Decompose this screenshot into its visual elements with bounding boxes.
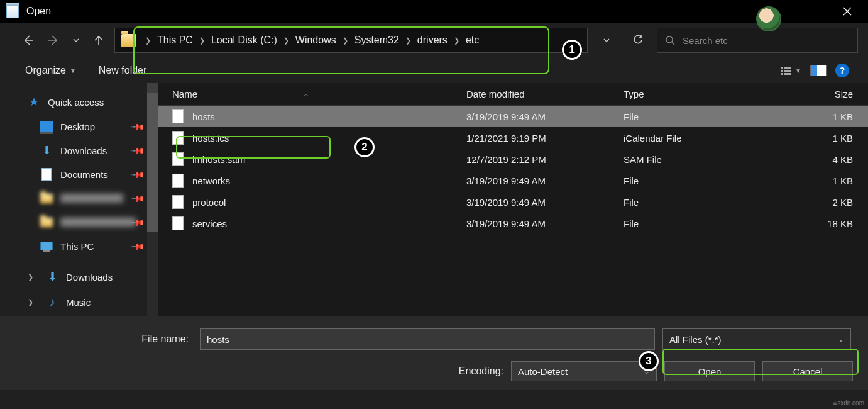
column-header-type[interactable]: Type bbox=[624, 89, 762, 99]
file-icon bbox=[172, 131, 184, 145]
file-name: services bbox=[192, 218, 227, 229]
sidebar-item-label: This PC bbox=[60, 241, 94, 252]
file-row[interactable]: protocol3/19/2019 9:49 AMFile2 KB bbox=[158, 191, 868, 213]
breadcrumb-item[interactable]: drivers bbox=[417, 35, 448, 46]
back-button[interactable] bbox=[19, 31, 38, 50]
search-input[interactable]: Search etc bbox=[657, 28, 858, 53]
sidebar-item-music[interactable]: ❯ ♪ Music bbox=[0, 289, 158, 315]
star-icon: ★ bbox=[28, 96, 40, 108]
close-button[interactable] bbox=[833, 0, 862, 23]
watermark: wsxdn.com bbox=[833, 400, 864, 406]
pin-icon: 📌 bbox=[131, 143, 145, 157]
file-size: 4 KB bbox=[762, 154, 868, 165]
file-date: 3/19/2019 9:49 AM bbox=[466, 197, 624, 208]
file-type: File bbox=[624, 218, 762, 229]
bottom-panel: File name: All Files (*.*) ⌄ Encoding: A… bbox=[0, 316, 868, 390]
file-name: hosts.ics bbox=[192, 133, 229, 143]
chevron-right-icon: ❯ bbox=[28, 298, 33, 306]
avatar bbox=[756, 6, 781, 31]
file-date: 1/21/2021 9:19 PM bbox=[466, 133, 624, 143]
search-placeholder: Search etc bbox=[683, 35, 728, 46]
pin-icon: 📌 bbox=[131, 119, 145, 133]
filename-input[interactable] bbox=[200, 328, 655, 350]
address-bar[interactable]: ❯ This PC ❯ Local Disk (C:) ❯ Windows ❯ … bbox=[114, 28, 588, 53]
svg-point-0 bbox=[666, 36, 673, 43]
file-date: 3/19/2019 9:49 AM bbox=[466, 176, 624, 186]
sidebar-item-this-pc[interactable]: This PC 📌 bbox=[0, 234, 158, 258]
encoding-select[interactable]: Auto-Detect ⌄ bbox=[511, 361, 657, 381]
nav-row: ❯ This PC ❯ Local Disk (C:) ❯ Windows ❯ … bbox=[0, 23, 868, 58]
sidebar-item-label: Quick access bbox=[48, 97, 104, 108]
cancel-button[interactable]: Cancel bbox=[762, 361, 853, 381]
sidebar-item-downloads-2[interactable]: ❯ ⬇ Downloads bbox=[0, 264, 158, 289]
sidebar-item-blurred[interactable]: 📌 bbox=[0, 186, 158, 210]
sidebar: ★ Quick access Desktop 📌 ⬇ Downloads 📌 D… bbox=[0, 83, 158, 316]
pc-icon bbox=[40, 242, 53, 250]
toolbar: Organize ▼ New folder ▼ ? bbox=[0, 58, 868, 83]
refresh-button[interactable] bbox=[625, 28, 651, 52]
file-name: hosts bbox=[192, 111, 215, 122]
filter-value: All Files (*.*) bbox=[669, 334, 722, 345]
file-row[interactable]: hosts3/19/2019 9:49 AMFile1 KB bbox=[158, 106, 868, 127]
arrow-left-icon bbox=[22, 34, 35, 47]
chevron-down-icon: ▼ bbox=[70, 67, 76, 74]
file-row[interactable]: hosts.ics1/21/2021 9:19 PMiCalendar File… bbox=[158, 127, 868, 148]
sidebar-item-label: Documents bbox=[60, 169, 108, 180]
organize-label: Organize bbox=[25, 65, 66, 76]
chevron-right-icon: ❯ bbox=[450, 36, 463, 45]
chevron-down-icon: ⌄ bbox=[838, 335, 844, 344]
file-row[interactable]: networks3/19/2019 9:49 AMFile1 KB bbox=[158, 170, 868, 191]
chevron-right-icon: ❯ bbox=[339, 36, 352, 45]
view-options-button[interactable]: ▼ bbox=[781, 67, 801, 75]
breadcrumb-item[interactable]: This PC bbox=[157, 35, 193, 46]
open-button[interactable]: Open bbox=[664, 361, 755, 381]
file-row[interactable]: services3/19/2019 9:49 AMFile18 KB bbox=[158, 213, 868, 234]
new-folder-label: New folder bbox=[99, 65, 146, 76]
desktop-icon bbox=[40, 121, 53, 132]
sidebar-item-documents[interactable]: Documents 📌 bbox=[0, 162, 158, 186]
file-size: 1 KB bbox=[762, 133, 868, 143]
new-folder-button[interactable]: New folder bbox=[99, 65, 146, 76]
breadcrumb-item[interactable]: Local Disk (C:) bbox=[211, 35, 277, 46]
file-type-filter[interactable]: All Files (*.*) ⌄ bbox=[662, 328, 851, 350]
music-icon: ♪ bbox=[46, 296, 58, 308]
file-name: networks bbox=[192, 176, 230, 186]
file-size: 1 KB bbox=[762, 176, 868, 186]
file-row[interactable]: lmhosts.sam12/7/2019 2:12 PMSAM File4 KB bbox=[158, 148, 868, 170]
breadcrumb-item[interactable]: etc bbox=[466, 35, 479, 46]
breadcrumb-item[interactable]: System32 bbox=[354, 35, 399, 46]
preview-pane-button[interactable] bbox=[810, 65, 827, 76]
up-button[interactable] bbox=[89, 31, 108, 50]
pin-icon: 📌 bbox=[131, 167, 145, 181]
file-icon bbox=[172, 216, 184, 230]
pin-icon: 📌 bbox=[131, 191, 145, 205]
download-icon: ⬇ bbox=[40, 145, 53, 156]
sidebar-quick-access[interactable]: ★ Quick access bbox=[0, 89, 158, 115]
sidebar-item-blurred[interactable]: 📌 bbox=[0, 210, 158, 234]
breadcrumb-item[interactable]: Windows bbox=[295, 35, 336, 46]
sidebar-scrollbar[interactable] bbox=[147, 83, 158, 316]
organize-menu[interactable]: Organize ▼ bbox=[25, 65, 76, 76]
file-icon bbox=[172, 195, 184, 209]
recent-locations-button[interactable] bbox=[67, 31, 85, 50]
folder-icon bbox=[121, 34, 136, 47]
arrow-up-icon bbox=[92, 34, 105, 47]
close-icon bbox=[843, 7, 852, 16]
sidebar-item-downloads[interactable]: ⬇ Downloads 📌 bbox=[0, 138, 158, 162]
help-button[interactable]: ? bbox=[835, 64, 849, 77]
address-history-button[interactable] bbox=[594, 28, 619, 52]
notepad-icon bbox=[6, 4, 19, 18]
folder-icon bbox=[40, 194, 53, 203]
chevron-down-icon: ⌄ bbox=[644, 367, 650, 376]
chevron-down-icon: ▼ bbox=[795, 67, 801, 74]
column-header-date[interactable]: Date modified bbox=[466, 89, 624, 99]
sidebar-item-desktop[interactable]: Desktop 📌 bbox=[0, 115, 158, 138]
chevron-down-icon bbox=[72, 36, 80, 44]
download-icon: ⬇ bbox=[46, 271, 58, 283]
column-header-size[interactable]: Size bbox=[762, 89, 868, 99]
forward-button[interactable] bbox=[44, 31, 63, 50]
file-type: File bbox=[624, 197, 762, 208]
sidebar-item-label bbox=[60, 218, 136, 227]
column-header-name[interactable]: Name ︿ bbox=[158, 89, 466, 99]
folder-icon bbox=[40, 218, 53, 227]
